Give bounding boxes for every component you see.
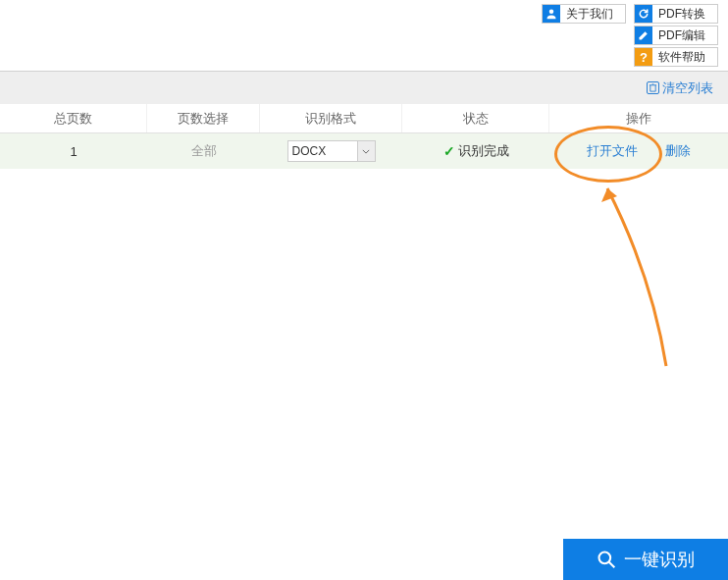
- svg-point-0: [549, 10, 554, 15]
- trash-icon: [647, 81, 659, 94]
- pdf-convert-label: PDF转换: [652, 6, 711, 23]
- header-action: 操作: [549, 104, 728, 132]
- content-area: [0, 169, 728, 542]
- pdf-edit-label: PDF编辑: [652, 27, 711, 44]
- cell-format: DOCX: [260, 140, 402, 162]
- check-icon: ✓: [443, 143, 455, 159]
- search-icon: [597, 550, 616, 569]
- about-us-label: 关于我们: [560, 6, 619, 23]
- recognize-label: 一键识别: [624, 548, 695, 571]
- open-file-link[interactable]: 打开文件: [587, 142, 638, 160]
- header-page-select: 页数选择: [147, 104, 260, 132]
- format-dropdown[interactable]: DOCX: [287, 140, 376, 162]
- clear-list-label: 清空列表: [662, 79, 713, 97]
- format-value: DOCX: [292, 144, 357, 158]
- software-help-button[interactable]: ? 软件帮助: [634, 47, 718, 67]
- header-format: 识别格式: [260, 104, 402, 132]
- svg-line-2: [609, 562, 615, 568]
- cell-page-select[interactable]: 全部: [147, 142, 260, 160]
- top-toolbar-row-1: 关于我们 PDF转换: [542, 4, 718, 24]
- about-us-button[interactable]: 关于我们: [542, 4, 626, 24]
- header-total-pages: 总页数: [0, 104, 147, 132]
- chevron-down-icon: [357, 141, 375, 161]
- top-toolbar: 关于我们 PDF转换 PDF编辑 ? 软件帮助: [0, 0, 728, 71]
- question-icon: ?: [635, 48, 652, 66]
- delete-link[interactable]: 删除: [665, 142, 691, 160]
- svg-point-1: [599, 553, 611, 564]
- header-status: 状态: [402, 104, 549, 132]
- top-toolbar-row-3: ? 软件帮助: [634, 47, 718, 67]
- cell-status: ✓ 识别完成: [402, 142, 549, 160]
- person-icon: [543, 5, 560, 23]
- status-text: 识别完成: [458, 142, 509, 160]
- software-help-label: 软件帮助: [652, 49, 711, 66]
- table-header: 总页数 页数选择 识别格式 状态 操作: [0, 104, 728, 133]
- pdf-edit-button[interactable]: PDF编辑: [634, 26, 718, 45]
- refresh-icon: [635, 5, 652, 23]
- recognize-button[interactable]: 一键识别: [563, 539, 728, 580]
- pdf-convert-button[interactable]: PDF转换: [634, 4, 718, 24]
- top-toolbar-row-2: PDF编辑: [634, 26, 718, 45]
- cell-action: 打开文件 删除: [549, 142, 728, 160]
- cell-total-pages: 1: [0, 144, 147, 159]
- clear-list-button[interactable]: 清空列表: [647, 79, 713, 97]
- toolbar-strip: 清空列表: [0, 71, 728, 104]
- pencil-icon: [635, 26, 652, 44]
- table-row: 1 全部 DOCX ✓ 识别完成 打开文件 删除: [0, 133, 728, 169]
